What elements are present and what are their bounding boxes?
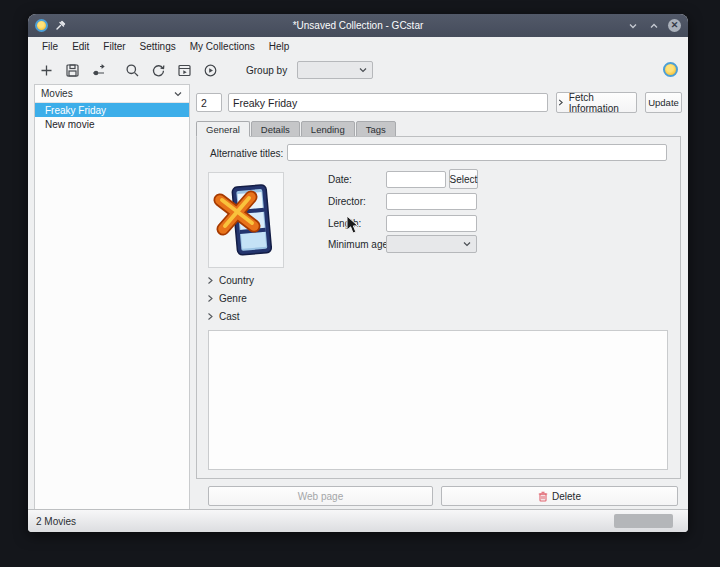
list-item-label: New movie bbox=[45, 119, 94, 130]
gcstar-app-icon bbox=[35, 19, 48, 32]
fetch-information-button[interactable]: Fetch Information bbox=[556, 92, 637, 113]
director-field[interactable] bbox=[386, 193, 477, 210]
item-id-field[interactable] bbox=[196, 93, 222, 112]
group-by-label: Group by bbox=[246, 65, 287, 76]
delete-label: Delete bbox=[552, 491, 581, 502]
chevron-right-icon bbox=[557, 98, 565, 107]
menubar: File Edit Filter Settings My Collections… bbox=[28, 37, 688, 56]
genre-expander[interactable]: Genre bbox=[207, 293, 247, 304]
update-label: Update bbox=[648, 97, 679, 108]
collection-sidebar: Movies Freaky Friday New movie bbox=[34, 84, 190, 510]
delete-button[interactable]: Delete bbox=[441, 486, 678, 506]
tab-details[interactable]: Details bbox=[251, 121, 300, 137]
comment-textarea[interactable] bbox=[208, 330, 668, 470]
gcstar-logo-icon[interactable] bbox=[663, 62, 678, 77]
minimum-age-label: Minimum age: bbox=[328, 239, 391, 250]
no-cover-film-icon bbox=[213, 178, 279, 262]
country-section-label: Country bbox=[219, 275, 254, 286]
play-circle-icon[interactable] bbox=[202, 62, 218, 78]
menu-file[interactable]: File bbox=[36, 39, 64, 54]
group-by-select[interactable] bbox=[297, 61, 373, 79]
length-field[interactable] bbox=[386, 215, 477, 232]
statusbar: 2 Movies bbox=[28, 509, 688, 532]
chevron-right-icon bbox=[207, 294, 214, 303]
chevron-down-icon bbox=[173, 90, 183, 98]
menu-help[interactable]: Help bbox=[263, 39, 296, 54]
desktop: *Unsaved Collection - GCstar ✕ File Edit… bbox=[0, 0, 720, 567]
item-count-label: 2 Movies bbox=[28, 516, 76, 527]
cover-image-box[interactable] bbox=[208, 172, 284, 268]
close-button[interactable]: ✕ bbox=[668, 19, 681, 32]
sidebar-header[interactable]: Movies bbox=[35, 85, 189, 103]
menu-edit[interactable]: Edit bbox=[66, 39, 95, 54]
date-label: Date: bbox=[328, 174, 352, 185]
date-select-button[interactable]: Select bbox=[449, 169, 478, 189]
menu-my-collections[interactable]: My Collections bbox=[184, 39, 261, 54]
alternative-titles-field[interactable] bbox=[287, 144, 667, 161]
list-item-new-movie[interactable]: New movie bbox=[35, 117, 189, 131]
web-page-button[interactable]: Web page bbox=[208, 486, 433, 506]
detail-tabs: General Details Lending Tags bbox=[196, 121, 397, 137]
window-title: *Unsaved Collection - GCstar bbox=[28, 20, 688, 31]
fetch-information-label: Fetch Information bbox=[569, 92, 636, 114]
minimize-button[interactable] bbox=[626, 19, 639, 32]
alternative-titles-label: Alternative titles: bbox=[210, 148, 283, 159]
date-field[interactable] bbox=[386, 171, 446, 188]
search-icon[interactable] bbox=[124, 62, 140, 78]
gcstar-window: *Unsaved Collection - GCstar ✕ File Edit… bbox=[28, 14, 688, 532]
sidebar-header-label: Movies bbox=[41, 88, 73, 99]
adjust-icon[interactable] bbox=[90, 62, 106, 78]
maximize-button[interactable] bbox=[647, 19, 660, 32]
cast-section-label: Cast bbox=[219, 311, 240, 322]
country-expander[interactable]: Country bbox=[207, 275, 254, 286]
tab-tags[interactable]: Tags bbox=[356, 121, 396, 137]
toolbar: Group by bbox=[28, 56, 688, 84]
chevron-right-icon bbox=[207, 312, 214, 321]
web-page-label: Web page bbox=[298, 491, 343, 502]
save-icon[interactable] bbox=[64, 62, 80, 78]
update-button[interactable]: Update bbox=[645, 92, 682, 113]
menu-settings[interactable]: Settings bbox=[134, 39, 182, 54]
refresh-icon[interactable] bbox=[150, 62, 166, 78]
titlebar[interactable]: *Unsaved Collection - GCstar ✕ bbox=[28, 14, 688, 37]
item-title-field[interactable] bbox=[228, 93, 548, 112]
add-item-icon[interactable] bbox=[38, 62, 54, 78]
list-item-label: Freaky Friday bbox=[45, 105, 106, 116]
list-item-freaky-friday[interactable]: Freaky Friday bbox=[35, 103, 189, 117]
tab-general[interactable]: General bbox=[196, 121, 250, 137]
genre-section-label: Genre bbox=[219, 293, 247, 304]
tab-lending[interactable]: Lending bbox=[301, 121, 355, 137]
item-detail-panel: Fetch Information Update General Details… bbox=[193, 84, 682, 510]
progress-bar bbox=[614, 514, 673, 528]
view-panel-icon[interactable] bbox=[176, 62, 192, 78]
minimum-age-select[interactable] bbox=[386, 235, 477, 253]
cast-expander[interactable]: Cast bbox=[207, 311, 240, 322]
chevron-right-icon bbox=[207, 276, 214, 285]
menu-filter[interactable]: Filter bbox=[97, 39, 131, 54]
trash-icon bbox=[538, 491, 548, 502]
pin-icon[interactable] bbox=[54, 19, 67, 32]
mouse-cursor bbox=[346, 215, 360, 235]
director-label: Director: bbox=[328, 196, 366, 207]
